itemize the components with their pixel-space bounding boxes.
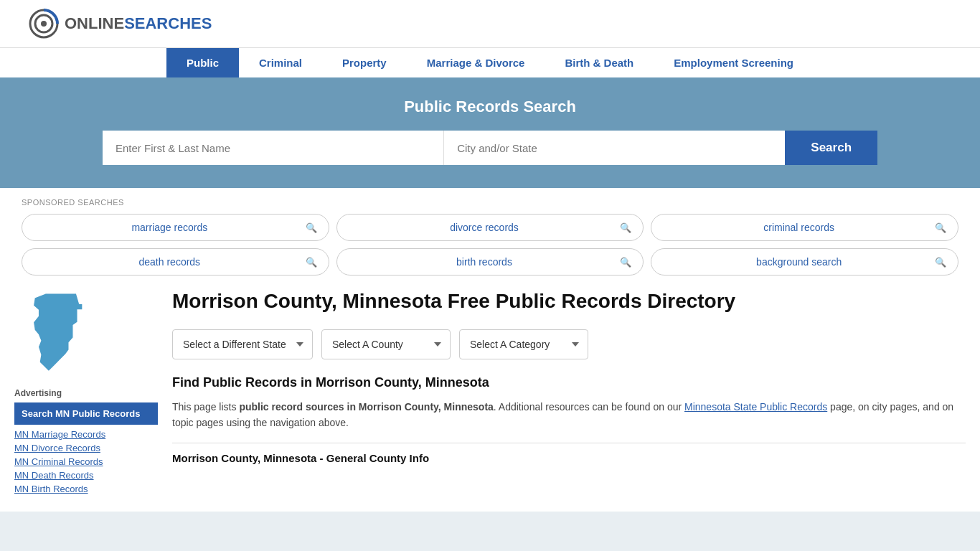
logo-icon bbox=[29, 9, 59, 39]
nav-birth-death[interactable]: Birth & Death bbox=[545, 48, 654, 77]
content-area: Advertising Search MN Public Records MN … bbox=[0, 288, 980, 512]
nav-marriage-divorce[interactable]: Marriage & Divorce bbox=[407, 48, 545, 77]
state-map bbox=[14, 288, 158, 377]
featured-ad-link[interactable]: Search MN Public Records bbox=[14, 402, 158, 425]
minnesota-map-icon bbox=[14, 288, 108, 375]
sidebar-link-criminal[interactable]: MN Criminal Records bbox=[14, 456, 158, 467]
find-records-title: Find Public Records in Morrison County, … bbox=[172, 375, 966, 390]
search-icon: 🔍 bbox=[620, 222, 631, 233]
hero-section: Public Records Search Search bbox=[0, 77, 980, 188]
pill-criminal-records[interactable]: criminal records 🔍 bbox=[651, 214, 958, 241]
county-info-title: Morrison County, Minnesota - General Cou… bbox=[172, 452, 966, 464]
pill-death-label: death records bbox=[34, 256, 306, 268]
pill-divorce-records[interactable]: divorce records 🔍 bbox=[336, 214, 644, 241]
pill-death-records[interactable]: death records 🔍 bbox=[22, 248, 329, 276]
logo-online-text: ONLINE bbox=[65, 14, 124, 32]
state-dropdown[interactable]: Select a Different State bbox=[172, 329, 313, 359]
pill-background-search[interactable]: background search 🔍 bbox=[651, 248, 958, 276]
section-divider bbox=[172, 443, 966, 443]
main-content: Morrison County, Minnesota Free Public R… bbox=[172, 288, 966, 497]
advertising-section: Advertising Search MN Public Records MN … bbox=[14, 388, 158, 494]
pill-birth-label: birth records bbox=[349, 256, 621, 268]
location-input[interactable] bbox=[444, 131, 785, 165]
site-logo[interactable]: ONLINESEARCHES bbox=[29, 9, 212, 39]
ad-label: Advertising bbox=[14, 388, 158, 398]
sidebar-link-marriage[interactable]: MN Marriage Records bbox=[14, 429, 158, 440]
nav-employment[interactable]: Employment Screening bbox=[654, 48, 814, 77]
search-icon: 🔍 bbox=[935, 257, 946, 268]
page-title: Morrison County, Minnesota Free Public R… bbox=[172, 288, 966, 314]
nav-public[interactable]: Public bbox=[166, 48, 239, 77]
nav-property[interactable]: Property bbox=[322, 48, 407, 77]
search-button[interactable]: Search bbox=[785, 131, 877, 165]
pill-criminal-label: criminal records bbox=[663, 222, 935, 233]
pill-background-label: background search bbox=[663, 256, 935, 268]
pill-marriage-label: marriage records bbox=[34, 222, 306, 233]
search-icon: 🔍 bbox=[620, 257, 631, 268]
sponsored-label: SPONSORED SEARCHES bbox=[22, 198, 958, 207]
sidebar-link-birth[interactable]: MN Birth Records bbox=[14, 484, 158, 494]
search-icon: 🔍 bbox=[935, 222, 946, 233]
main-nav: Public Criminal Property Marriage & Divo… bbox=[0, 47, 980, 77]
search-bar: Search bbox=[103, 131, 877, 165]
sponsored-section: SPONSORED SEARCHES marriage records 🔍 di… bbox=[0, 188, 980, 288]
pill-divorce-label: divorce records bbox=[349, 222, 621, 233]
pill-marriage-records[interactable]: marriage records 🔍 bbox=[22, 214, 329, 241]
dropdowns-row: Select a Different State Select A County… bbox=[172, 329, 966, 359]
search-icon: 🔍 bbox=[306, 222, 317, 233]
sidebar-link-death[interactable]: MN Death Records bbox=[14, 470, 158, 481]
svg-point-2 bbox=[41, 21, 47, 27]
pill-birth-records[interactable]: birth records 🔍 bbox=[336, 248, 644, 276]
name-input[interactable] bbox=[103, 131, 444, 165]
svg-marker-3 bbox=[33, 293, 83, 372]
hero-title: Public Records Search bbox=[29, 98, 951, 116]
description-text: This page lists public record sources in… bbox=[172, 399, 966, 431]
category-dropdown[interactable]: Select A Category bbox=[459, 329, 588, 359]
logo-searches-text: SEARCHES bbox=[124, 14, 212, 32]
search-pills-grid: marriage records 🔍 divorce records 🔍 cri… bbox=[22, 214, 958, 276]
sidebar-link-divorce[interactable]: MN Divorce Records bbox=[14, 443, 158, 453]
state-records-link[interactable]: Minnesota State Public Records bbox=[684, 401, 827, 413]
sidebar: Advertising Search MN Public Records MN … bbox=[14, 288, 158, 497]
county-dropdown[interactable]: Select A County bbox=[321, 329, 451, 359]
nav-criminal[interactable]: Criminal bbox=[239, 48, 322, 77]
search-icon: 🔍 bbox=[306, 257, 317, 268]
